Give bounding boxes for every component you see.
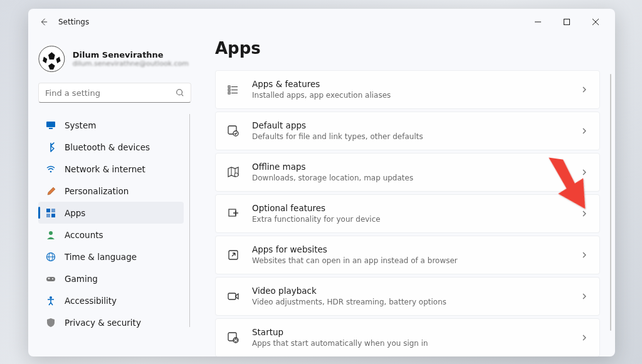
card-subtitle: Downloads, storage location, map updates [252, 173, 568, 184]
card-subtitle: Websites that can open in an app instead… [252, 256, 568, 266]
sidebar-item-system[interactable]: System [38, 114, 184, 136]
settings-card-optional-features[interactable]: Optional featuresExtra functionality for… [215, 194, 600, 233]
svg-rect-27 [228, 86, 230, 88]
card-subtitle: Video adjustments, HDR streaming, batter… [252, 297, 568, 308]
sidebar-item-gaming[interactable]: Gaming [38, 268, 184, 289]
sidebar-item-accessibility[interactable]: Accessibility [38, 289, 184, 311]
settings-card-apps-for-websites[interactable]: Apps for websitesWebsites that can open … [215, 236, 600, 274]
svg-rect-15 [51, 209, 55, 212]
apps-icon [46, 208, 56, 218]
startup-icon [227, 331, 239, 344]
chevron-right-icon [581, 167, 588, 179]
settings-card-video-playback[interactable]: Video playbackVideo adjustments, HDR str… [215, 277, 600, 316]
minimize-button[interactable] [524, 12, 552, 32]
sidebar-item-time-language[interactable]: Time & language [38, 246, 184, 268]
brush-icon [46, 186, 56, 196]
globe-icon [46, 252, 56, 262]
sidebar-item-label: Privacy & security [65, 318, 141, 328]
card-title: Offline maps [252, 161, 568, 173]
card-title: Apps for websites [252, 244, 568, 256]
svg-point-9 [177, 90, 182, 95]
svg-point-13 [50, 170, 52, 172]
svg-rect-17 [51, 214, 55, 217]
chevron-right-icon [581, 125, 588, 137]
sidebar-item-personalization[interactable]: Personalization [38, 180, 184, 202]
svg-rect-14 [46, 209, 50, 212]
page-title: Apps [215, 39, 600, 58]
card-subtitle: Defaults for file and link types, other … [252, 132, 568, 142]
svg-rect-12 [49, 128, 53, 129]
back-arrow-icon [39, 18, 48, 26]
video-icon [227, 290, 239, 303]
gamepad-icon [46, 274, 56, 284]
minimize-icon [535, 19, 541, 25]
window-controls [524, 12, 610, 32]
card-subtitle: Installed apps, app execution aliases [252, 90, 568, 101]
card-subtitle: Extra functionality for your device [252, 214, 568, 225]
card-title: Startup [252, 326, 568, 338]
svg-point-37 [234, 173, 238, 177]
sidebar: Dilum Senevirathne dilum.senevirathne@ou… [28, 35, 199, 356]
svg-rect-42 [228, 293, 236, 299]
settings-card-default-apps[interactable]: Default appsDefaults for file and link t… [215, 112, 600, 150]
bluetooth-icon [46, 142, 56, 152]
settings-card-startup[interactable]: StartupApps that start automatically whe… [215, 318, 600, 356]
settings-cards-list: Apps & featuresInstalled apps, app execu… [215, 70, 600, 356]
window-title: Settings [58, 18, 89, 26]
profile-name: Dilum Senevirathne [73, 50, 189, 60]
chevron-right-icon [581, 208, 588, 220]
map-icon [227, 166, 239, 179]
settings-card-apps-features[interactable]: Apps & featuresInstalled apps, app execu… [215, 70, 600, 109]
avatar [38, 44, 65, 74]
sidebar-item-privacy-security[interactable]: Privacy & security [38, 311, 184, 333]
sidebar-item-label: Accessibility [65, 296, 117, 306]
sidebar-scrollbar[interactable] [189, 114, 190, 327]
accessibility-icon [46, 296, 56, 306]
profile-block[interactable]: Dilum Senevirathne dilum.senevirathne@ou… [38, 40, 191, 83]
plus-tile-icon [227, 207, 239, 220]
search-box[interactable] [38, 83, 191, 103]
main-scrollbar[interactable] [610, 74, 611, 331]
maximize-button[interactable] [552, 12, 581, 32]
settings-window: Settings Dilum Senevirathn [28, 9, 615, 356]
svg-rect-11 [46, 122, 55, 127]
svg-point-26 [50, 296, 52, 299]
card-title: Video playback [252, 285, 568, 297]
svg-point-18 [49, 231, 53, 235]
sidebar-item-label: Accounts [65, 230, 103, 240]
wifi-icon [46, 164, 56, 174]
card-title: Optional features [252, 202, 568, 214]
search-input[interactable] [45, 88, 176, 98]
sidebar-item-label: Apps [65, 208, 85, 218]
svg-rect-25 [49, 278, 50, 279]
chevron-right-icon [581, 332, 588, 344]
svg-rect-31 [228, 92, 230, 94]
card-title: Apps & features [252, 78, 568, 90]
sidebar-item-label: Personalization [65, 186, 129, 196]
nav: SystemBluetooth & devicesNetwork & inter… [38, 114, 191, 356]
list-icon [227, 83, 239, 96]
close-button[interactable] [581, 12, 610, 32]
sidebar-item-label: Network & internet [65, 164, 145, 174]
monitor-icon [46, 120, 56, 130]
default-app-icon [227, 125, 239, 137]
back-button[interactable] [33, 12, 53, 32]
titlebar: Settings [28, 9, 615, 35]
open-external-icon [227, 249, 239, 261]
svg-rect-29 [228, 89, 230, 91]
sidebar-item-accounts[interactable]: Accounts [38, 224, 184, 246]
svg-point-23 [52, 278, 53, 279]
maximize-icon [564, 19, 570, 25]
shield-icon [46, 318, 56, 328]
settings-card-offline-maps[interactable]: Offline mapsDownloads, storage location,… [215, 153, 600, 192]
sidebar-item-network-internet[interactable]: Network & internet [38, 158, 184, 180]
svg-rect-22 [46, 277, 55, 281]
sidebar-item-apps[interactable]: Apps [38, 202, 184, 224]
profile-email: dilum.senevirathne@outlook.com [73, 60, 189, 68]
avatar-soccer-icon [38, 44, 65, 74]
search-icon [176, 88, 184, 97]
svg-rect-1 [564, 19, 570, 25]
sidebar-item-label: Time & language [65, 252, 137, 262]
sidebar-item-bluetooth-devices[interactable]: Bluetooth & devices [38, 136, 184, 158]
chevron-right-icon [581, 84, 588, 96]
